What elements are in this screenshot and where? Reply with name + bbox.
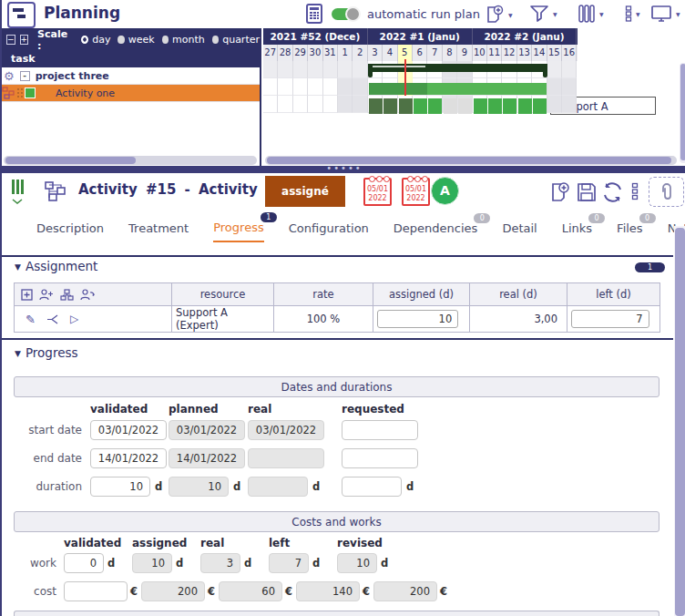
gantt-vertical-scrollbar[interactable] bbox=[680, 63, 685, 163]
unit-label: d bbox=[312, 477, 320, 497]
add-document-button[interactable] bbox=[550, 181, 571, 203]
tab-configuration[interactable]: Configuration bbox=[289, 218, 369, 241]
detail-vertical-scrollbar[interactable] bbox=[674, 226, 685, 616]
tree-horizontal-scrollbar[interactable] bbox=[4, 156, 257, 165]
panel-splitter[interactable]: ••••• bbox=[2, 166, 685, 173]
expand-all-button[interactable]: + bbox=[20, 35, 29, 45]
scale-option-week[interactable]: week bbox=[128, 34, 155, 46]
add-plan-button[interactable]: ▼ bbox=[486, 5, 513, 25]
gantt-day-header: 7 bbox=[427, 45, 442, 61]
filter-button[interactable]: ▼ bbox=[529, 5, 557, 23]
end-requested-input[interactable] bbox=[342, 448, 418, 468]
col-real: real bbox=[248, 403, 271, 416]
radio-month[interactable] bbox=[162, 36, 169, 44]
table-header-row: resource rate assigned (d) real (d) left… bbox=[15, 283, 660, 306]
tab-description[interactable]: Description bbox=[36, 218, 104, 241]
columns-button[interactable]: ▼ bbox=[578, 5, 604, 23]
calculator-icon[interactable] bbox=[303, 3, 325, 25]
refresh-button[interactable] bbox=[601, 181, 625, 203]
tab-links[interactable]: Links0 bbox=[562, 218, 592, 241]
radio-week[interactable] bbox=[118, 36, 124, 44]
progress-section-header[interactable]: ▼Progress bbox=[15, 345, 78, 360]
scale-option-quarter[interactable]: quarter bbox=[222, 34, 260, 46]
drag-handle[interactable] bbox=[16, 87, 23, 99]
assignment-section-header[interactable]: ▼Assignment bbox=[15, 259, 97, 273]
pencil-icon[interactable]: ✎ bbox=[26, 313, 36, 326]
activity-title: Activity #15 - Activity ... bbox=[78, 181, 281, 198]
play-icon[interactable]: ▷ bbox=[70, 313, 78, 325]
add-plan-icon bbox=[486, 5, 505, 25]
gantt-cell bbox=[263, 96, 278, 113]
display-button[interactable]: ▼ bbox=[650, 5, 680, 23]
add-user-icon[interactable] bbox=[39, 289, 54, 301]
kebab-menu-button[interactable] bbox=[631, 182, 639, 201]
save-button[interactable] bbox=[577, 182, 597, 202]
activity-detail-panel: Activity #15 - Activity ... assigné 05/0… bbox=[2, 173, 685, 616]
col-validated: validated bbox=[90, 403, 148, 416]
gear-icon[interactable]: ⚙ bbox=[4, 69, 15, 83]
radio-day[interactable] bbox=[81, 36, 88, 44]
scale-option-day[interactable]: day bbox=[92, 34, 110, 46]
panel-bars-icon[interactable] bbox=[12, 180, 26, 204]
calendar-ring bbox=[383, 176, 390, 182]
tab-dependencies[interactable]: Dependencies0 bbox=[394, 218, 478, 241]
unit-label: € bbox=[130, 581, 138, 601]
assignment-count-badge: 1 bbox=[635, 262, 665, 272]
avatar[interactable]: A bbox=[431, 177, 459, 205]
plus-box-icon[interactable] bbox=[21, 289, 33, 301]
tree-row-activity[interactable]: Activity one bbox=[2, 85, 260, 102]
unit-label: d bbox=[155, 477, 162, 497]
scrollbar-thumb[interactable] bbox=[675, 228, 685, 616]
progress-indicator bbox=[373, 66, 425, 67]
gantt-bar[interactable] bbox=[369, 83, 547, 95]
start-requested-input[interactable] bbox=[342, 420, 418, 440]
scrollbar-thumb[interactable] bbox=[680, 64, 685, 160]
org-assign-icon[interactable] bbox=[60, 289, 74, 301]
collapse-node-button[interactable]: - bbox=[20, 71, 30, 81]
gantt-cell bbox=[338, 96, 353, 113]
gantt-day-header: 11 bbox=[487, 45, 502, 61]
start-real-field bbox=[248, 420, 324, 440]
reassign-icon[interactable] bbox=[46, 313, 59, 325]
assigned-input[interactable] bbox=[377, 310, 458, 328]
attachment-button[interactable] bbox=[649, 177, 684, 207]
duration-validated-input[interactable] bbox=[90, 477, 150, 497]
cost-validated-input[interactable] bbox=[64, 581, 128, 601]
tab-detail[interactable]: Detail bbox=[502, 218, 537, 241]
workload-cell bbox=[383, 98, 397, 114]
gantt-day-header: 6 bbox=[413, 45, 427, 61]
duration-requested-input[interactable] bbox=[342, 477, 402, 497]
collapse-all-button[interactable]: − bbox=[6, 35, 15, 45]
user-role-icon[interactable] bbox=[80, 289, 95, 301]
scale-option-month[interactable]: month bbox=[172, 34, 205, 46]
end-date-calendar-icon[interactable]: 05/01 2022 bbox=[402, 178, 430, 206]
automatic-run-toggle[interactable] bbox=[332, 8, 359, 20]
unit-label: d bbox=[406, 477, 414, 497]
start-validated-input[interactable] bbox=[90, 420, 167, 440]
tab-files[interactable]: Files0 bbox=[617, 218, 643, 241]
work-real-field bbox=[200, 553, 240, 573]
cost-left-field bbox=[296, 581, 360, 601]
gantt-cell bbox=[353, 96, 367, 113]
scrollbar-thumb[interactable] bbox=[5, 157, 136, 164]
gantt-day-header: 28 bbox=[278, 45, 292, 61]
project-label[interactable]: project three bbox=[36, 70, 109, 82]
activity-label[interactable]: Activity one bbox=[56, 87, 115, 99]
tree-row-project[interactable]: ⚙ - project three bbox=[2, 67, 260, 85]
tab-progress[interactable]: Progress1 bbox=[213, 217, 263, 242]
unit-label: € bbox=[285, 581, 292, 601]
work-validated-input[interactable] bbox=[64, 553, 104, 573]
monitor-icon bbox=[650, 5, 672, 23]
end-validated-input[interactable] bbox=[90, 448, 167, 468]
gantt-bar[interactable] bbox=[369, 64, 547, 72]
tab-treatment[interactable]: Treatment bbox=[128, 218, 189, 241]
unit-label: d bbox=[312, 553, 320, 573]
gantt-week-row: 2021 #52 (Dece)2022 #1 (Janu)2022 #2 (Ja… bbox=[263, 28, 578, 45]
unit-label: d bbox=[233, 477, 240, 497]
radio-quarter[interactable] bbox=[212, 36, 219, 44]
start-date-calendar-icon[interactable]: 05/01 2022 bbox=[363, 178, 392, 206]
more-options-button[interactable]: ▼ bbox=[625, 5, 640, 23]
work-label: work bbox=[11, 553, 56, 573]
gantt-day-header: 16 bbox=[562, 45, 577, 61]
left-input[interactable] bbox=[571, 310, 649, 328]
